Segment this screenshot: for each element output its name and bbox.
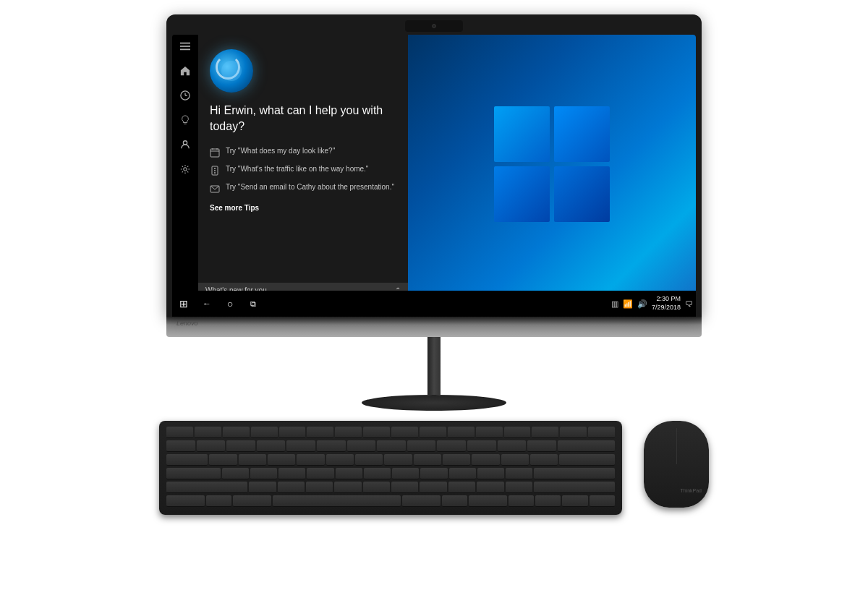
key-tab[interactable] xyxy=(166,454,208,466)
key-bracket-l[interactable] xyxy=(501,454,529,466)
key-space[interactable] xyxy=(273,495,400,507)
key-f12[interactable] xyxy=(504,427,531,438)
sidebar-home-icon[interactable] xyxy=(178,64,192,78)
notifications-icon[interactable]: 🗨 xyxy=(685,299,693,308)
key-p[interactable] xyxy=(472,454,499,466)
key-arrow-l[interactable] xyxy=(509,495,534,507)
key-o[interactable] xyxy=(443,454,470,466)
key-shift-r[interactable] xyxy=(534,482,615,493)
key-1[interactable] xyxy=(197,440,226,452)
key-t[interactable] xyxy=(326,454,354,466)
key-4[interactable] xyxy=(286,440,315,452)
mouse-divider xyxy=(676,428,677,464)
key-b[interactable] xyxy=(363,482,390,493)
key-q[interactable] xyxy=(209,454,237,466)
see-more-tips[interactable]: See more Tips xyxy=(210,204,396,212)
taskbar-time[interactable]: 2:30 PM 7/29/2018 xyxy=(652,295,681,312)
key-n[interactable] xyxy=(391,482,418,493)
key-f6[interactable] xyxy=(335,427,362,438)
key-f3[interactable] xyxy=(251,427,278,438)
key-y[interactable] xyxy=(355,454,383,466)
key-m[interactable] xyxy=(420,482,446,493)
key-f4[interactable] xyxy=(279,427,306,438)
key-f7[interactable] xyxy=(363,427,390,438)
key-e[interactable] xyxy=(268,454,295,466)
key-i[interactable] xyxy=(414,454,441,466)
task-view-button[interactable]: ⧉ xyxy=(242,291,265,317)
key-d[interactable] xyxy=(278,468,305,479)
key-prtsc[interactable] xyxy=(532,427,558,438)
key-f5[interactable] xyxy=(307,427,333,438)
key-backslash[interactable] xyxy=(559,454,615,466)
key-win[interactable] xyxy=(206,495,231,507)
sidebar-clock-icon[interactable] xyxy=(178,88,192,103)
key-7[interactable] xyxy=(377,440,406,452)
key-v[interactable] xyxy=(334,482,361,493)
key-ctrl-l[interactable] xyxy=(166,495,205,507)
cortana-taskbar-button[interactable]: ○ xyxy=(218,291,242,317)
key-f8[interactable] xyxy=(391,427,418,438)
key-esc[interactable] xyxy=(166,427,193,438)
key-f[interactable] xyxy=(307,468,333,479)
key-shift-l[interactable] xyxy=(166,482,247,493)
key-backspace[interactable] xyxy=(558,440,615,452)
volume-icon[interactable]: 🔊 xyxy=(637,299,647,309)
key-pause[interactable] xyxy=(588,427,615,438)
key-capslock[interactable] xyxy=(166,468,221,479)
key-f9[interactable] xyxy=(420,427,446,438)
key-f2[interactable] xyxy=(223,427,250,438)
key-0[interactable] xyxy=(467,440,496,452)
key-ctrl-r[interactable] xyxy=(469,495,507,507)
key-2[interactable] xyxy=(226,440,255,452)
key-k[interactable] xyxy=(420,468,447,479)
key-r[interactable] xyxy=(297,454,324,466)
key-f10[interactable] xyxy=(448,427,475,438)
key-f11[interactable] xyxy=(476,427,503,438)
key-f1[interactable] xyxy=(195,427,221,438)
key-arrow-r[interactable] xyxy=(590,495,615,507)
key-minus[interactable] xyxy=(498,440,527,452)
suggestion-item-3[interactable]: Try "Send an email to Cathy about the pr… xyxy=(210,183,396,194)
key-s[interactable] xyxy=(250,468,277,479)
key-slash[interactable] xyxy=(506,482,532,493)
key-x[interactable] xyxy=(278,482,305,493)
key-backtick[interactable] xyxy=(166,440,195,452)
key-arrow-d[interactable] xyxy=(562,495,587,507)
key-w[interactable] xyxy=(239,454,266,466)
key-z[interactable] xyxy=(249,482,276,493)
key-a[interactable] xyxy=(222,468,249,479)
key-5[interactable] xyxy=(317,440,346,452)
key-period[interactable] xyxy=(477,482,503,493)
key-scrlk[interactable] xyxy=(560,427,587,438)
mouse[interactable]: ThinkPad xyxy=(644,421,709,508)
key-u[interactable] xyxy=(384,454,412,466)
key-g[interactable] xyxy=(336,468,362,479)
key-bracket-r[interactable] xyxy=(530,454,558,466)
sidebar-person-icon[interactable] xyxy=(178,137,192,152)
start-button[interactable]: ⊞ xyxy=(172,291,195,317)
key-j[interactable] xyxy=(392,468,419,479)
suggestion-item-2[interactable]: Try "What's the traffic like on the way … xyxy=(210,165,396,176)
key-alt-r[interactable] xyxy=(402,495,441,507)
key-enter[interactable] xyxy=(534,468,615,479)
keyboard[interactable] xyxy=(159,421,622,515)
key-6[interactable] xyxy=(347,440,376,452)
sidebar-lightbulb-icon[interactable] xyxy=(178,113,192,127)
sidebar-menu-icon[interactable] xyxy=(178,39,192,54)
key-quote[interactable] xyxy=(506,468,532,479)
suggestion-item-1[interactable]: Try "What does my day look like?" xyxy=(210,147,396,158)
key-h[interactable] xyxy=(364,468,391,479)
key-semicolon[interactable] xyxy=(477,468,504,479)
key-arrow-u[interactable] xyxy=(535,495,561,507)
key-comma[interactable] xyxy=(448,482,475,493)
key-alt-l[interactable] xyxy=(233,495,271,507)
key-3[interactable] xyxy=(257,440,286,452)
key-fn-r[interactable] xyxy=(442,495,467,507)
key-l[interactable] xyxy=(449,468,476,479)
key-8[interactable] xyxy=(407,440,436,452)
back-button[interactable]: ← xyxy=(195,291,218,317)
key-equals[interactable] xyxy=(527,440,556,452)
key-c[interactable] xyxy=(306,482,333,493)
sidebar-gear-icon[interactable] xyxy=(178,162,192,176)
key-9[interactable] xyxy=(437,440,466,452)
